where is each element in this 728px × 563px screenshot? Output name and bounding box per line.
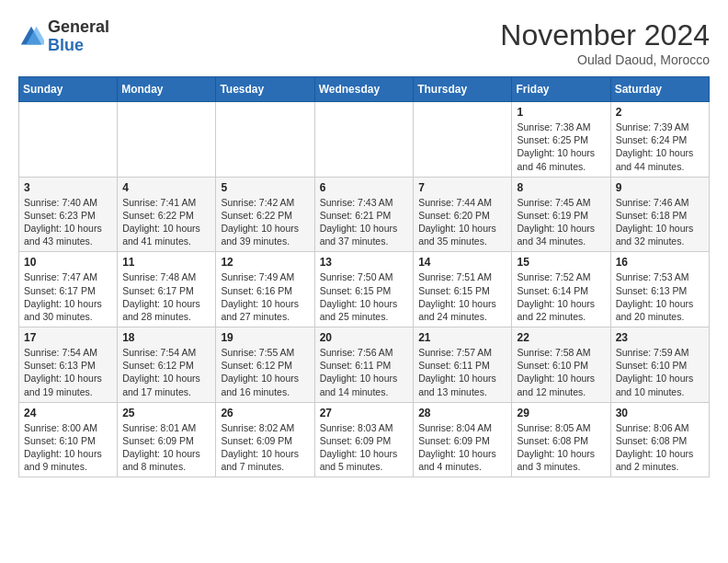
day-info: Sunrise: 7:38 AM Sunset: 6:25 PM Dayligh… bbox=[517, 121, 605, 173]
day-cell bbox=[314, 102, 414, 178]
day-info: Sunrise: 7:54 AM Sunset: 6:12 PM Dayligh… bbox=[122, 346, 210, 398]
day-cell: 24Sunrise: 8:00 AM Sunset: 6:10 PM Dayli… bbox=[19, 402, 118, 477]
day-cell: 3Sunrise: 7:40 AM Sunset: 6:23 PM Daylig… bbox=[19, 177, 118, 252]
day-cell: 1Sunrise: 7:38 AM Sunset: 6:25 PM Daylig… bbox=[512, 102, 610, 178]
day-number: 22 bbox=[517, 331, 605, 344]
col-header-wednesday: Wednesday bbox=[314, 77, 414, 102]
col-header-saturday: Saturday bbox=[610, 77, 709, 102]
day-number: 29 bbox=[517, 407, 605, 419]
col-header-tuesday: Tuesday bbox=[216, 77, 314, 102]
col-header-sunday: Sunday bbox=[19, 77, 118, 102]
day-info: Sunrise: 7:50 AM Sunset: 6:15 PM Dayligh… bbox=[320, 270, 409, 323]
day-info: Sunrise: 7:44 AM Sunset: 6:20 PM Dayligh… bbox=[418, 196, 506, 248]
week-row-3: 10Sunrise: 7:47 AM Sunset: 6:17 PM Dayli… bbox=[19, 252, 710, 327]
day-number: 12 bbox=[221, 256, 309, 269]
col-header-thursday: Thursday bbox=[414, 77, 512, 102]
day-number: 4 bbox=[122, 181, 210, 194]
day-info: Sunrise: 7:42 AM Sunset: 6:22 PM Dayligh… bbox=[221, 196, 309, 248]
day-number: 16 bbox=[616, 256, 704, 269]
day-cell bbox=[19, 102, 118, 178]
day-number: 2 bbox=[616, 106, 704, 119]
day-cell: 11Sunrise: 7:48 AM Sunset: 6:17 PM Dayli… bbox=[118, 252, 216, 327]
day-info: Sunrise: 7:46 AM Sunset: 6:18 PM Dayligh… bbox=[616, 196, 704, 248]
logo-icon bbox=[18, 24, 44, 50]
day-info: Sunrise: 7:39 AM Sunset: 6:24 PM Dayligh… bbox=[616, 121, 704, 173]
day-number: 1 bbox=[517, 106, 605, 119]
day-info: Sunrise: 7:53 AM Sunset: 6:13 PM Dayligh… bbox=[616, 270, 704, 323]
week-row-1: 1Sunrise: 7:38 AM Sunset: 6:25 PM Daylig… bbox=[19, 102, 710, 178]
day-cell: 4Sunrise: 7:41 AM Sunset: 6:22 PM Daylig… bbox=[118, 177, 216, 252]
header: General Blue November 2024 Oulad Daoud, … bbox=[18, 18, 710, 67]
day-info: Sunrise: 7:52 AM Sunset: 6:14 PM Dayligh… bbox=[517, 270, 605, 323]
day-number: 14 bbox=[418, 256, 506, 269]
col-header-friday: Friday bbox=[512, 77, 610, 102]
week-row-2: 3Sunrise: 7:40 AM Sunset: 6:23 PM Daylig… bbox=[19, 177, 710, 252]
day-info: Sunrise: 7:41 AM Sunset: 6:22 PM Dayligh… bbox=[122, 196, 210, 248]
day-number: 30 bbox=[616, 407, 704, 419]
logo-general: General bbox=[48, 18, 109, 37]
day-cell: 23Sunrise: 7:59 AM Sunset: 6:10 PM Dayli… bbox=[610, 327, 709, 403]
day-cell bbox=[118, 102, 216, 178]
day-info: Sunrise: 8:00 AM Sunset: 6:10 PM Dayligh… bbox=[24, 421, 112, 474]
day-number: 5 bbox=[221, 181, 309, 194]
day-number: 9 bbox=[616, 181, 704, 194]
day-number: 28 bbox=[418, 407, 506, 419]
day-cell bbox=[414, 102, 512, 178]
day-info: Sunrise: 7:48 AM Sunset: 6:17 PM Dayligh… bbox=[122, 270, 210, 323]
day-cell: 7Sunrise: 7:44 AM Sunset: 6:20 PM Daylig… bbox=[414, 177, 512, 252]
day-info: Sunrise: 7:56 AM Sunset: 6:11 PM Dayligh… bbox=[320, 346, 409, 398]
day-info: Sunrise: 7:40 AM Sunset: 6:23 PM Dayligh… bbox=[24, 196, 112, 248]
week-row-4: 17Sunrise: 7:54 AM Sunset: 6:13 PM Dayli… bbox=[19, 327, 710, 403]
day-info: Sunrise: 7:49 AM Sunset: 6:16 PM Dayligh… bbox=[221, 270, 309, 323]
day-number: 25 bbox=[122, 407, 210, 419]
title-section: November 2024 Oulad Daoud, Morocco bbox=[500, 18, 710, 67]
day-cell: 21Sunrise: 7:57 AM Sunset: 6:11 PM Dayli… bbox=[414, 327, 512, 403]
day-number: 11 bbox=[122, 256, 210, 269]
day-cell: 19Sunrise: 7:55 AM Sunset: 6:12 PM Dayli… bbox=[216, 327, 314, 403]
day-cell: 5Sunrise: 7:42 AM Sunset: 6:22 PM Daylig… bbox=[216, 177, 314, 252]
day-cell: 10Sunrise: 7:47 AM Sunset: 6:17 PM Dayli… bbox=[19, 252, 118, 327]
day-number: 23 bbox=[616, 331, 704, 344]
day-cell: 6Sunrise: 7:43 AM Sunset: 6:21 PM Daylig… bbox=[314, 177, 414, 252]
day-info: Sunrise: 7:45 AM Sunset: 6:19 PM Dayligh… bbox=[517, 196, 605, 248]
day-info: Sunrise: 8:03 AM Sunset: 6:09 PM Dayligh… bbox=[320, 421, 409, 474]
day-cell bbox=[216, 102, 314, 178]
day-number: 24 bbox=[24, 407, 112, 419]
day-number: 26 bbox=[221, 407, 309, 419]
month-title: November 2024 bbox=[500, 18, 710, 52]
day-cell: 18Sunrise: 7:54 AM Sunset: 6:12 PM Dayli… bbox=[118, 327, 216, 403]
header-row: SundayMondayTuesdayWednesdayThursdayFrid… bbox=[19, 77, 710, 102]
day-number: 18 bbox=[122, 331, 210, 344]
day-info: Sunrise: 8:02 AM Sunset: 6:09 PM Dayligh… bbox=[221, 421, 309, 474]
day-cell: 25Sunrise: 8:01 AM Sunset: 6:09 PM Dayli… bbox=[118, 402, 216, 477]
day-info: Sunrise: 7:54 AM Sunset: 6:13 PM Dayligh… bbox=[24, 346, 112, 398]
day-number: 13 bbox=[320, 256, 409, 269]
day-cell: 13Sunrise: 7:50 AM Sunset: 6:15 PM Dayli… bbox=[314, 252, 414, 327]
week-row-5: 24Sunrise: 8:00 AM Sunset: 6:10 PM Dayli… bbox=[19, 402, 710, 477]
day-number: 8 bbox=[517, 181, 605, 194]
day-cell: 14Sunrise: 7:51 AM Sunset: 6:15 PM Dayli… bbox=[414, 252, 512, 327]
day-info: Sunrise: 7:55 AM Sunset: 6:12 PM Dayligh… bbox=[221, 346, 309, 398]
day-cell: 30Sunrise: 8:06 AM Sunset: 6:08 PM Dayli… bbox=[610, 402, 709, 477]
day-number: 15 bbox=[517, 256, 605, 269]
day-number: 17 bbox=[24, 331, 112, 344]
day-cell: 29Sunrise: 8:05 AM Sunset: 6:08 PM Dayli… bbox=[512, 402, 610, 477]
logo-text: General Blue bbox=[48, 18, 109, 55]
day-info: Sunrise: 7:51 AM Sunset: 6:15 PM Dayligh… bbox=[418, 270, 506, 323]
calendar-table: SundayMondayTuesdayWednesdayThursdayFrid… bbox=[18, 76, 710, 477]
day-info: Sunrise: 8:01 AM Sunset: 6:09 PM Dayligh… bbox=[122, 421, 210, 474]
day-cell: 22Sunrise: 7:58 AM Sunset: 6:10 PM Dayli… bbox=[512, 327, 610, 403]
logo: General Blue bbox=[18, 18, 109, 55]
day-cell: 17Sunrise: 7:54 AM Sunset: 6:13 PM Dayli… bbox=[19, 327, 118, 403]
day-number: 21 bbox=[418, 331, 506, 344]
day-cell: 2Sunrise: 7:39 AM Sunset: 6:24 PM Daylig… bbox=[610, 102, 709, 178]
day-number: 3 bbox=[24, 181, 112, 194]
day-cell: 26Sunrise: 8:02 AM Sunset: 6:09 PM Dayli… bbox=[216, 402, 314, 477]
day-cell: 20Sunrise: 7:56 AM Sunset: 6:11 PM Dayli… bbox=[314, 327, 414, 403]
day-cell: 15Sunrise: 7:52 AM Sunset: 6:14 PM Dayli… bbox=[512, 252, 610, 327]
day-number: 7 bbox=[418, 181, 506, 194]
day-info: Sunrise: 7:57 AM Sunset: 6:11 PM Dayligh… bbox=[418, 346, 506, 398]
col-header-monday: Monday bbox=[118, 77, 216, 102]
day-info: Sunrise: 8:04 AM Sunset: 6:09 PM Dayligh… bbox=[418, 421, 506, 474]
day-cell: 28Sunrise: 8:04 AM Sunset: 6:09 PM Dayli… bbox=[414, 402, 512, 477]
